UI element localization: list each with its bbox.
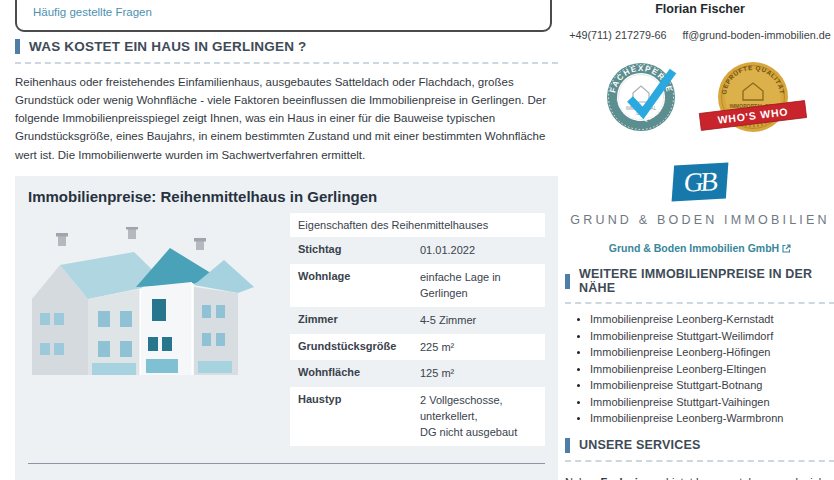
company-logo-icon: GB xyxy=(672,163,729,202)
intro-paragraph: Reihenhaus oder freistehendes Einfamilie… xyxy=(15,73,558,164)
table-row: Wohnlage einfache Lage in Gerlingen xyxy=(290,264,545,307)
services-text: Neben Fachwissen bietet Immoportal.com n… xyxy=(565,474,834,480)
card-divider xyxy=(28,463,545,464)
nearby-heading-text: WEITERE IMMOBILIENPREISE IN DER NÄHE xyxy=(579,267,834,295)
table-header-text: Eigenschaften des Reihenmittelhauses xyxy=(298,219,488,231)
nearby-link[interactable]: Immobilienpreise Leonberg-Eltingen xyxy=(590,364,834,376)
agent-contact: +49(711) 217279-66 ff@grund-boden-immobi… xyxy=(565,29,834,41)
heading-accent-bar xyxy=(15,39,20,54)
row-label: Wohnlage xyxy=(298,264,420,287)
agent-phone-link[interactable]: +49(711) 217279-66 xyxy=(569,29,666,41)
main-content: Häufig gestellte Fragen WAS KOSTET EIN H… xyxy=(15,0,558,480)
services-text-prefix: Neben xyxy=(565,476,600,480)
row-value: einfache Lage in Gerlingen xyxy=(420,264,537,307)
heading-accent-bar xyxy=(565,274,570,289)
nearby-links-list: Immobilienpreise Leonberg-Kernstadt Immo… xyxy=(565,314,834,425)
section-heading-haus-kosten: WAS KOSTET EIN HAUS IN GERLINGEN ? xyxy=(15,39,558,64)
property-table: Eigenschaften des Reihenmittelhauses Sti… xyxy=(290,213,545,446)
agent-name: Florian Fischer xyxy=(565,2,834,16)
row-value: 125 m² xyxy=(420,360,454,387)
company-link-text: Grund & Boden Immobilien GmbH xyxy=(609,242,779,254)
agent-email-link[interactable]: ff@grund-boden-immobilien.de xyxy=(683,29,831,41)
row-value: 4-5 Zimmer xyxy=(420,307,476,334)
sidebar: Florian Fischer +49(711) 217279-66 ff@gr… xyxy=(565,0,834,480)
section-heading-text: WAS KOSTET EIN HAUS IN GERLINGEN ? xyxy=(29,39,307,54)
services-heading-text: UNSERE SERVICES xyxy=(579,438,701,452)
row-value: 01.01.2022 xyxy=(420,237,475,264)
section-heading-services: UNSERE SERVICES xyxy=(565,438,834,462)
fachexperte-seal-icon: FACHEXPERTE GEPRÜFTE QUALITÄT IMMOPORTAL… xyxy=(604,56,682,138)
whos-who-seal-icon: GEPRÜFTE QUALITÄT IMMOPORTAL.COM WHO'S W… xyxy=(710,56,796,142)
price-card-title: Immobilienpreise: Reihenmittelhaus in Ge… xyxy=(28,188,545,205)
table-header-row: Eigenschaften des Reihenmittelhauses xyxy=(290,213,545,237)
row-house-image-icon xyxy=(28,227,263,377)
table-row: Zimmer 4-5 Zimmer xyxy=(290,307,545,334)
nearby-link[interactable]: Immobilienpreise Stuttgart-Weilimdorf xyxy=(590,331,834,343)
price-card-body: Eigenschaften des Reihenmittelhauses Sti… xyxy=(28,213,545,446)
nearby-link[interactable]: Immobilienpreise Leonberg-Höfingen xyxy=(590,347,834,359)
faq-box: Häufig gestellte Fragen xyxy=(15,0,552,32)
house-illustration xyxy=(28,213,280,446)
section-heading-nearby: WEITERE IMMOBILIENPREISE IN DER NÄHE xyxy=(565,267,834,304)
row-value: 225 m² xyxy=(420,334,454,361)
row-label: Zimmer xyxy=(298,307,420,330)
company-wordmark: GRUND & BODEN IMMOBILIEN xyxy=(565,213,834,227)
company-website-link[interactable]: Grund & Boden Immobilien GmbH xyxy=(565,242,834,254)
nearby-link[interactable]: Immobilienpreise Leonberg-Kernstadt xyxy=(590,314,834,326)
services-section: UNSERE SERVICES Neben Fachwissen bietet … xyxy=(565,438,834,480)
table-row: Wohnfläche 125 m² xyxy=(290,360,545,387)
row-label: Grundstücksgröße xyxy=(298,334,420,357)
price-card: Immobilienpreise: Reihenmittelhaus in Ge… xyxy=(15,176,558,480)
brand-block: GB GRUND & BODEN IMMOBILIEN Grund & Bode… xyxy=(565,164,834,254)
quality-seals: FACHEXPERTE GEPRÜFTE QUALITÄT IMMOPORTAL… xyxy=(565,56,834,150)
row-label: Stichtag xyxy=(298,237,420,260)
nearby-section: WEITERE IMMOBILIENPREISE IN DER NÄHE Imm… xyxy=(565,267,834,425)
table-row: Haustyp 2 Vollgeschosse, unterkellert, D… xyxy=(290,387,545,446)
heading-accent-bar xyxy=(565,438,570,453)
table-row: Stichtag 01.01.2022 xyxy=(290,237,545,264)
row-label: Haustyp xyxy=(298,387,420,410)
external-link-icon xyxy=(782,244,791,253)
nearby-link[interactable]: Immobilienpreise Leonberg-Warmbronn xyxy=(590,413,834,425)
services-text-bold: Fachwissen xyxy=(600,476,662,480)
row-value: 2 Vollgeschosse, unterkellert, DG nicht … xyxy=(420,387,517,446)
faq-link[interactable]: Häufig gestellte Fragen xyxy=(33,6,152,18)
page: Häufig gestellte Fragen WAS KOSTET EIN H… xyxy=(0,0,834,480)
table-row: Grundstücksgröße 225 m² xyxy=(290,334,545,361)
nearby-link[interactable]: Immobilienpreise Stuttgart-Vaihingen xyxy=(590,397,834,409)
nearby-link[interactable]: Immobilienpreise Stuttgart-Botnang xyxy=(590,380,834,392)
row-label: Wohnfläche xyxy=(298,360,420,383)
